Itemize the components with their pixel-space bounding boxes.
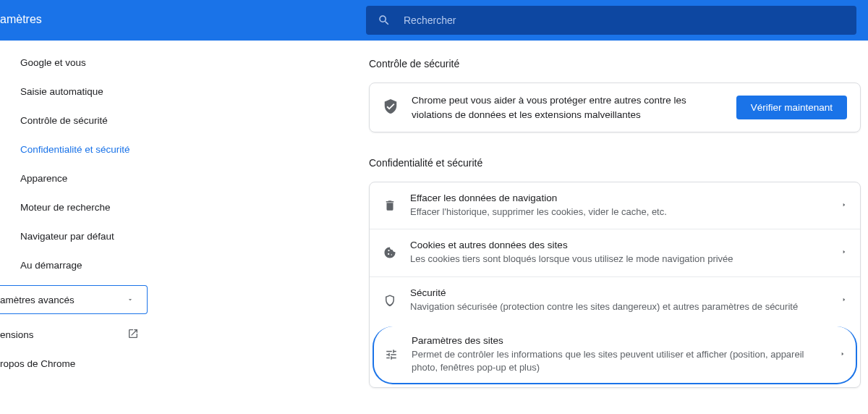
app-header: amètres — [0, 0, 868, 41]
row-security[interactable]: Sécurité Navigation sécurisée (protectio… — [370, 276, 860, 324]
row-subtitle: Les cookies tiers sont bloqués lorsque v… — [410, 253, 828, 266]
chevron-right-icon — [840, 348, 846, 361]
chevron-right-icon — [841, 246, 847, 259]
sidebar-item-search-engine[interactable]: Moteur de recherche — [0, 193, 174, 221]
privacy-card: Effacer les données de navigation Efface… — [369, 182, 861, 388]
sidebar-extensions-label: ensions — [0, 329, 34, 340]
shield-check-icon — [383, 98, 399, 117]
sidebar-advanced-toggle[interactable]: amètres avancés — [0, 285, 148, 314]
row-clear-browsing-data[interactable]: Effacer les données de navigation Efface… — [370, 182, 860, 229]
chevron-right-icon — [841, 199, 847, 212]
row-title: Effacer les données de navigation — [410, 193, 828, 203]
chevron-right-icon — [841, 294, 847, 307]
tune-icon — [384, 348, 399, 361]
row-title: Paramètres des sites — [412, 335, 827, 346]
row-cookies[interactable]: Cookies et autres données des sites Les … — [370, 229, 860, 276]
sidebar-item-appearance[interactable]: Apparence — [0, 164, 174, 193]
sidebar-item-privacy[interactable]: Confidentialité et sécurité — [0, 135, 174, 164]
sidebar-item-extensions[interactable]: ensions — [0, 320, 174, 349]
search-container[interactable] — [366, 6, 856, 35]
external-link-icon — [127, 328, 139, 342]
row-title: Sécurité — [410, 287, 828, 298]
sidebar-about-label: ropos de Chrome — [0, 358, 75, 369]
search-input[interactable] — [404, 14, 845, 26]
sidebar-item-safety[interactable]: Contrôle de sécurité — [0, 106, 174, 135]
section-heading-safety: Contrôle de sécurité — [369, 58, 868, 69]
sidebar-item-about[interactable]: ropos de Chrome — [0, 349, 174, 378]
sidebar-item-default-browser[interactable]: Navigateur par défaut — [0, 221, 174, 250]
safety-check-card: Chrome peut vous aider à vous protéger e… — [369, 83, 861, 132]
page-title: amètres — [0, 13, 42, 26]
chevron-down-icon — [127, 295, 134, 305]
sidebar: Google et vous Saisie automatique Contrô… — [0, 41, 174, 414]
sidebar-item-google[interactable]: Google et vous — [0, 48, 174, 77]
safety-check-description: Chrome peut vous aider à vous protéger e… — [412, 93, 723, 122]
cookie-icon — [383, 246, 397, 259]
main-content: Contrôle de sécurité Chrome peut vous ai… — [174, 41, 868, 414]
trash-icon — [383, 199, 397, 212]
row-subtitle: Navigation sécurisée (protection contre … — [410, 300, 828, 313]
sidebar-advanced-label: amètres avancés — [0, 295, 75, 305]
verify-now-button[interactable]: Vérifier maintenant — [736, 96, 847, 119]
section-heading-privacy: Confidentialité et sécurité — [369, 157, 868, 169]
search-icon — [378, 14, 391, 27]
row-site-settings[interactable]: Paramètres des sites Permet de contrôler… — [373, 326, 857, 384]
sidebar-item-autofill[interactable]: Saisie automatique — [0, 77, 174, 106]
row-title: Cookies et autres données des sites — [410, 240, 828, 250]
row-subtitle: Effacer l'historique, supprimer les cook… — [410, 206, 828, 219]
shield-icon — [383, 294, 397, 307]
sidebar-item-startup[interactable]: Au démarrage — [0, 250, 174, 279]
row-subtitle: Permet de contrôler les informations que… — [412, 348, 827, 374]
